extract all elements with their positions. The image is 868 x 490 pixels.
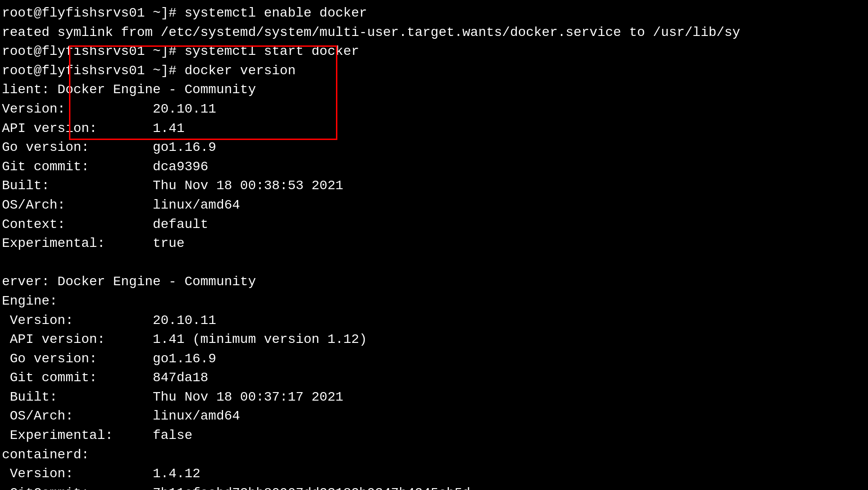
terminal-line-25: Version: 1.4.12 [2, 464, 868, 484]
terminal-line-22: OS/Arch: linux/amd64 [2, 407, 868, 426]
terminal-line-15: erver: Docker Engine - Community [2, 272, 868, 292]
terminal-line-10: Built: Thu Nov 18 00:38:53 2021 [2, 176, 868, 196]
terminal-line-4: root@flyfishsrvs01 ~]# docker version [2, 61, 868, 81]
terminal-line-24: containerd: [2, 446, 868, 465]
terminal-line-26: GitCommit: 7b11cfaabd73bb80907dd23182b93… [2, 484, 868, 490]
terminal-line-16: Engine: [2, 292, 868, 311]
terminal-line-3: root@flyfishsrvs01 ~]# systemctl start d… [2, 42, 868, 61]
terminal-window: root@flyfishsrvs01 ~]# systemctl enable … [0, 0, 868, 490]
terminal-line-11: OS/Arch: linux/amd64 [2, 196, 868, 215]
terminal-line-2: reated symlink from /etc/systemd/system/… [2, 23, 868, 43]
terminal-line-5: lient: Docker Engine - Community [2, 80, 868, 100]
terminal-line-21: Built: Thu Nov 18 00:37:17 2021 [2, 388, 868, 407]
terminal-line-23: Experimental: false [2, 426, 868, 446]
terminal-line-8: Go version: go1.16.9 [2, 138, 868, 158]
terminal-line-7: API version: 1.41 [2, 119, 868, 139]
terminal-line-17: Version: 20.10.11 [2, 311, 868, 331]
terminal-line-19: Go version: go1.16.9 [2, 350, 868, 369]
terminal-line-18: API version: 1.41 (minimum version 1.12) [2, 330, 868, 350]
terminal-line-6: Version: 20.10.11 [2, 100, 868, 119]
terminal-line-20: Git commit: 847da18 [2, 368, 868, 388]
terminal-line-1: root@flyfishsrvs01 ~]# systemctl enable … [2, 4, 868, 23]
terminal-line-9: Git commit: dca9396 [2, 158, 868, 177]
terminal-line-14 [2, 254, 868, 273]
terminal-line-12: Context: default [2, 215, 868, 235]
terminal-line-13: Experimental: true [2, 234, 868, 254]
